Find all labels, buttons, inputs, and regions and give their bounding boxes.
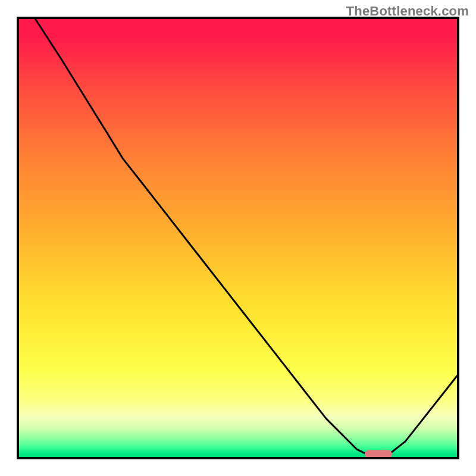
bottleneck-chart bbox=[0, 0, 476, 476]
watermark-text: TheBottleneck.com bbox=[346, 4, 469, 19]
plot-background bbox=[18, 18, 458, 458]
chart-container: TheBottleneck.com bbox=[0, 0, 476, 476]
